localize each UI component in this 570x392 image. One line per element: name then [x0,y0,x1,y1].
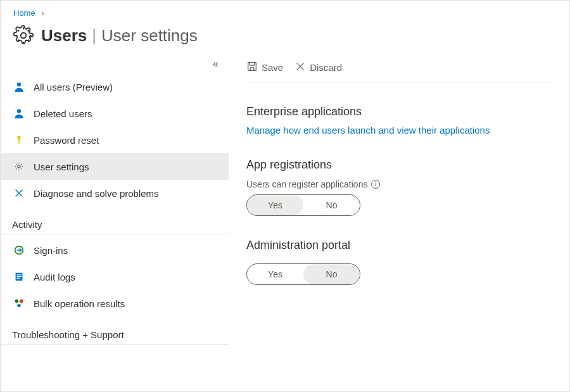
svg-rect-4 [18,139,20,144]
page-title: Users [41,26,87,46]
sidebar-section-activity: Activity [1,210,229,234]
sidebar-item-all-users[interactable]: All users (Preview) [1,73,229,100]
svg-point-13 [17,304,20,307]
sidebar-item-label: Sign-ins [34,245,68,256]
signin-icon [12,243,26,257]
bulk-icon [12,296,26,310]
chevron-right-icon: › [41,8,44,18]
admin-portal-toggle-no[interactable]: No [303,264,360,284]
app-reg-toggle: Yes No [246,194,360,216]
app-reg-label-text: Users can register applications [246,179,367,189]
log-icon [12,270,26,284]
section-enterprise-apps-title: Enterprise applications [246,105,552,118]
sidebar-item-password-reset[interactable]: Password reset [1,127,229,153]
svg-rect-14 [248,63,256,71]
collapse-sidebar-icon[interactable]: « [213,58,218,70]
page-header: Users | User settings [1,20,569,58]
svg-point-11 [15,300,18,303]
sidebar-item-user-settings[interactable]: User settings [1,153,229,180]
svg-point-12 [20,300,23,303]
enterprise-apps-link[interactable]: Manage how end users launch and view the… [246,125,552,136]
toolbar: Save Discard [246,58,552,82]
sidebar-item-label: User settings [34,161,89,172]
sidebar-item-label: Diagnose and solve problems [34,188,159,199]
person-icon [12,106,26,120]
sidebar-item-label: Audit logs [34,272,75,282]
discard-label: Discard [310,62,342,73]
sidebar-item-deleted-users[interactable]: Deleted users [1,100,229,127]
sidebar-item-label: Deleted users [34,108,92,119]
info-icon[interactable]: i [371,180,380,189]
save-icon [246,61,258,74]
sidebar-item-label: Bulk operation results [34,298,125,309]
section-admin-portal-title: Administration portal [246,239,552,252]
key-icon [12,133,26,147]
svg-rect-9 [16,276,21,277]
gear-icon [12,24,35,47]
admin-portal-toggle-yes[interactable]: Yes [247,264,303,284]
app-reg-field-label: Users can register applications i [246,179,552,189]
svg-point-1 [17,82,21,86]
sidebar-item-label: Password reset [34,135,99,146]
sidebar-item-label: All users (Preview) [34,82,113,92]
section-app-registrations-title: App registrations [246,158,552,172]
save-button[interactable]: Save [246,61,283,74]
sidebar-section-troubleshoot: Troubleshooting + Support [1,320,229,345]
gear-icon [12,160,26,174]
breadcrumb: Home › [1,1,569,20]
svg-point-0 [21,33,27,39]
svg-rect-10 [16,278,20,279]
sidebar-item-audit-logs[interactable]: Audit logs [1,263,229,290]
svg-rect-8 [16,274,21,275]
svg-point-2 [17,109,21,113]
wrench-icon [12,186,26,200]
app-reg-toggle-no[interactable]: No [303,195,360,215]
save-label: Save [262,62,283,73]
sidebar-item-bulk-results[interactable]: Bulk operation results [1,290,229,317]
sidebar-item-signins[interactable]: Sign-ins [1,237,229,263]
person-icon [12,80,26,94]
discard-button[interactable]: Discard [294,61,342,74]
content-pane: Save Discard Enterprise applications Man… [229,58,569,386]
app-reg-toggle-yes[interactable]: Yes [247,195,303,215]
admin-portal-toggle: Yes No [246,263,360,285]
svg-point-5 [18,165,20,168]
sidebar-item-diagnose[interactable]: Diagnose and solve problems [1,180,229,206]
close-icon [294,61,306,74]
title-separator: | [92,26,96,46]
sidebar: « All users (Preview) Deleted users Pass… [1,58,229,386]
page-subtitle: User settings [101,26,198,46]
breadcrumb-home[interactable]: Home [13,8,35,18]
